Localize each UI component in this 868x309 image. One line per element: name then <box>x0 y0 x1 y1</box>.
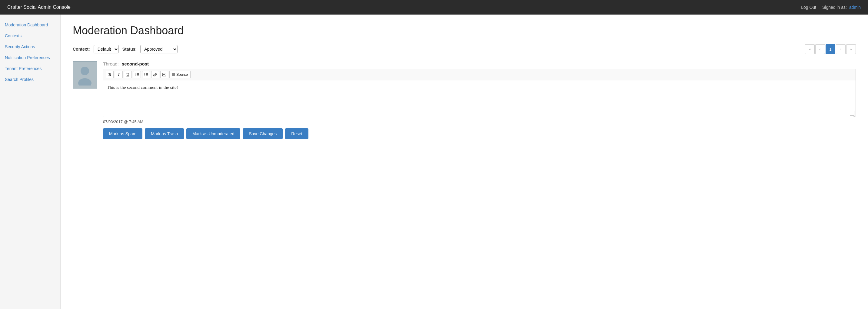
source-icon <box>172 73 175 76</box>
editor-container: B I U 1.2.3. <box>103 69 856 117</box>
sidebar-item-tenant-preferences[interactable]: Tenant Preferences <box>0 63 60 74</box>
svg-text:3.: 3. <box>135 75 136 77</box>
toolbar-underline[interactable]: U <box>124 71 132 78</box>
signed-in-label: Signed in as: admin <box>822 5 861 10</box>
avatar-container <box>73 61 97 88</box>
admin-username: admin <box>849 5 861 10</box>
app-title: Crafter Social Admin Console <box>7 4 70 10</box>
link-icon <box>153 73 157 77</box>
toolbar-source[interactable]: Source <box>169 71 191 78</box>
toolbar-link[interactable] <box>151 71 159 78</box>
filters-left: Context: Default Status: Approved Spam T… <box>73 45 178 53</box>
pagination-next[interactable]: › <box>836 44 845 54</box>
status-select[interactable]: Approved Spam Trash Unmoderated <box>140 45 178 53</box>
mark-trash-button[interactable]: Mark as Trash <box>145 128 184 139</box>
pagination: « ‹ 1 › » <box>805 44 856 54</box>
layout: Moderation Dashboard Contexts Security A… <box>0 15 868 309</box>
page-title: Moderation Dashboard <box>73 24 856 37</box>
sidebar: Moderation Dashboard Contexts Security A… <box>0 15 61 309</box>
sidebar-item-contexts[interactable]: Contexts <box>0 30 60 41</box>
toolbar-unordered-list[interactable] <box>142 71 150 78</box>
topbar-right: Log Out Signed in as: admin <box>801 5 861 10</box>
avatar-icon <box>76 64 94 85</box>
pagination-current[interactable]: 1 <box>826 44 835 54</box>
svg-point-0 <box>81 67 89 75</box>
svg-point-1 <box>78 78 92 85</box>
pagination-last[interactable]: » <box>846 44 856 54</box>
toolbar-italic[interactable]: I <box>115 71 123 78</box>
svg-point-11 <box>145 73 145 74</box>
comment-card: Thread: second-post B I U 1.2.3. <box>73 61 856 139</box>
reset-button[interactable]: Reset <box>285 128 308 139</box>
sidebar-item-notification-preferences[interactable]: Notification Preferences <box>0 52 60 63</box>
editor-toolbar: B I U 1.2.3. <box>103 69 856 80</box>
context-label: Context: <box>73 47 90 52</box>
svg-rect-16 <box>172 73 175 76</box>
main-content: Moderation Dashboard Context: Default St… <box>61 15 868 309</box>
sidebar-item-search-profiles[interactable]: Search Profiles <box>0 74 60 85</box>
status-label: Status: <box>122 47 137 52</box>
filters-row: Context: Default Status: Approved Spam T… <box>73 44 856 54</box>
action-buttons: Mark as Spam Mark as Trash Mark as Unmod… <box>103 128 856 139</box>
context-select[interactable]: Default <box>94 45 119 53</box>
toolbar-image[interactable] <box>160 71 168 78</box>
pagination-first[interactable]: « <box>805 44 815 54</box>
save-changes-button[interactable]: Save Changes <box>243 128 283 139</box>
toolbar-bold[interactable]: B <box>106 71 114 78</box>
image-icon <box>162 73 166 77</box>
pagination-prev[interactable]: ‹ <box>815 44 825 54</box>
editor-content[interactable]: This is the second comment in the site! <box>103 80 856 117</box>
comment-timestamp: 07/03/2017 @ 7:45 AM <box>103 119 856 124</box>
topbar: Crafter Social Admin Console Log Out Sig… <box>0 0 868 15</box>
avatar <box>73 61 97 88</box>
toolbar-ordered-list[interactable]: 1.2.3. <box>133 71 141 78</box>
ordered-list-icon: 1.2.3. <box>135 73 139 77</box>
sidebar-item-security-actions[interactable]: Security Actions <box>0 41 60 52</box>
svg-point-12 <box>145 74 145 75</box>
logout-button[interactable]: Log Out <box>801 5 816 10</box>
svg-point-15 <box>163 74 164 74</box>
thread-label: Thread: second-post <box>103 61 856 66</box>
comment-right: Thread: second-post B I U 1.2.3. <box>103 61 856 139</box>
sidebar-item-moderation-dashboard[interactable]: Moderation Dashboard <box>0 20 60 30</box>
mark-spam-button[interactable]: Mark as Spam <box>103 128 143 139</box>
unordered-list-icon <box>144 73 148 77</box>
mark-unmoderated-button[interactable]: Mark as Unmoderated <box>186 128 241 139</box>
thread-name: second-post <box>122 61 149 66</box>
svg-point-13 <box>145 76 145 76</box>
